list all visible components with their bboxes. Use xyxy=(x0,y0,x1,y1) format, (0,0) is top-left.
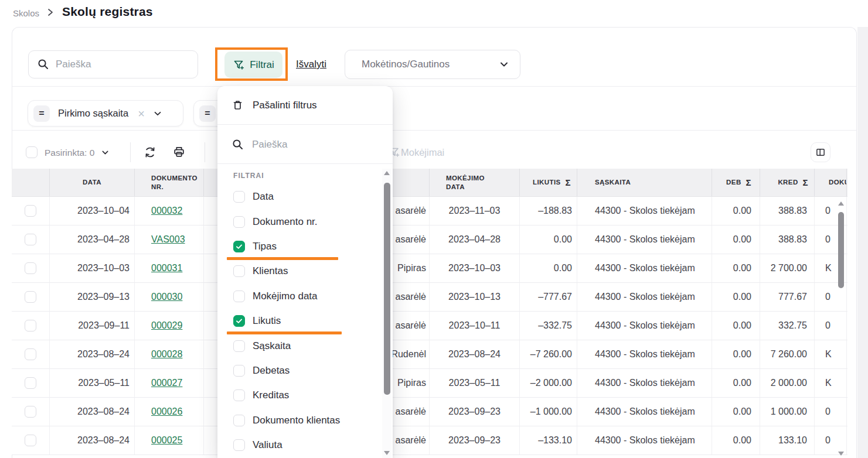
document-link[interactable]: 000027 xyxy=(151,378,182,388)
table-row: 2023–08–24000025asarėlė2023–09–23–133.10… xyxy=(12,426,847,455)
document-link[interactable]: 000032 xyxy=(151,206,182,216)
page-gutter xyxy=(857,27,868,458)
sum-sigma-icon[interactable]: Σ xyxy=(746,177,751,187)
debts-table: DATADOKUMENTO NR.MOKĖJIMO DATALIKUTISΣSĄ… xyxy=(12,169,847,455)
search-input[interactable] xyxy=(56,59,190,70)
checkbox-unchecked[interactable] xyxy=(233,216,245,228)
scroll-up-arrow[interactable] xyxy=(838,201,844,206)
refresh-icon[interactable] xyxy=(144,146,156,161)
remove-filters-button[interactable]: Pašalinti filtrus xyxy=(217,86,393,125)
filter-option-sąskaita[interactable]: Sąskaita xyxy=(217,333,393,358)
panel-search-field[interactable] xyxy=(217,125,393,164)
row-checkbox[interactable] xyxy=(25,234,36,245)
row-checkbox[interactable] xyxy=(25,291,36,303)
filter-option-dokumento-nr-[interactable]: Dokumento nr. xyxy=(217,209,393,234)
cell-date: 2023–04–28 xyxy=(50,225,135,254)
scroll-down-arrow[interactable] xyxy=(384,451,390,455)
document-link[interactable]: 000025 xyxy=(151,435,182,446)
cell-kred: 2 000.00 xyxy=(760,369,815,397)
panel-search-input[interactable] xyxy=(252,139,379,151)
table-vertical-scrollbar[interactable] xyxy=(836,199,846,458)
checkbox-unchecked[interactable] xyxy=(233,365,245,377)
filter-option-kreditas[interactable]: Kreditas xyxy=(217,383,393,408)
search-field[interactable] xyxy=(28,50,198,78)
checkbox-checked[interactable] xyxy=(233,315,245,327)
cell-deb: 0.00 xyxy=(712,426,760,454)
row-checkbox[interactable] xyxy=(25,262,36,274)
filter-option-likutis[interactable]: Likutis xyxy=(217,309,393,333)
filter-option-tipas[interactable]: Tipas xyxy=(217,234,393,259)
column-header-mokėjimo[interactable]: MOKĖJIMO DATA xyxy=(430,169,520,196)
cell-deb: 0.00 xyxy=(712,398,760,426)
sum-sigma-icon[interactable]: Σ xyxy=(803,177,808,187)
checkbox-unchecked[interactable] xyxy=(233,265,245,277)
chevron-down-icon[interactable] xyxy=(153,109,162,118)
column-header-label: DEB xyxy=(726,178,741,186)
document-link[interactable]: 000028 xyxy=(151,349,182,360)
cell-payment_date: 2023–10–03 xyxy=(430,254,520,282)
row-checkbox[interactable] xyxy=(25,377,36,389)
cell-payment_date: 2023–11–03 xyxy=(430,197,520,225)
row-checkbox[interactable] xyxy=(25,435,36,446)
cell-balance: –332.75 xyxy=(520,312,577,340)
sum-sigma-icon[interactable]: Σ xyxy=(566,177,571,187)
column-header-likutis[interactable]: LIKUTISΣ xyxy=(520,169,577,196)
cell-balance: –7 260.00 xyxy=(520,340,577,368)
cell-date: 2023–09–11 xyxy=(50,312,135,340)
filters-section-label: FILTRAI xyxy=(233,172,264,180)
column-header-sąskaita[interactable]: SĄSKAITA xyxy=(577,169,712,196)
columns-icon xyxy=(815,147,826,158)
cell-balance: 0.00 xyxy=(520,254,577,282)
cell-payment_date: 2023–10–11 xyxy=(430,312,520,340)
chevron-down-icon[interactable] xyxy=(101,148,110,159)
scrollbar-thumb[interactable] xyxy=(384,183,390,395)
checkbox-unchecked[interactable] xyxy=(233,389,245,401)
row-checkbox[interactable] xyxy=(25,205,36,217)
filter-option-data[interactable]: Data xyxy=(217,184,393,209)
table-row: 2023–08–24000026asarėlė2023–09–23–1 000.… xyxy=(12,398,847,426)
document-link[interactable]: 000031 xyxy=(151,263,182,274)
cell-doc: 000025 xyxy=(135,426,204,454)
clear-filters-link[interactable]: Išvalyti xyxy=(296,59,326,70)
filter-option-mokėjimo-data[interactable]: Mokėjimo data xyxy=(217,284,393,309)
filter-option-klientas[interactable]: Klientas xyxy=(217,259,393,283)
filters-button[interactable]: Filtrai xyxy=(224,52,282,78)
scroll-up-arrow[interactable] xyxy=(384,171,390,175)
column-header-data[interactable]: DATA xyxy=(50,169,135,196)
checkbox-checked[interactable] xyxy=(233,241,245,252)
checkbox-unchecked[interactable] xyxy=(233,340,245,352)
print-icon[interactable] xyxy=(172,145,186,161)
panel-vertical-scrollbar[interactable] xyxy=(382,169,392,458)
checkbox-unchecked[interactable] xyxy=(233,439,245,451)
filter-option-valiuta[interactable]: Valiuta xyxy=(217,433,393,457)
row-checkbox[interactable] xyxy=(25,348,36,360)
payable-receivable-select[interactable]: Mokėtinos/Gautinos xyxy=(345,50,520,79)
chip-close-icon[interactable]: × xyxy=(138,108,145,119)
cell-date: 2023–09–13 xyxy=(50,283,135,311)
filter-option-dokumento-klientas[interactable]: Dokumento klientas xyxy=(217,408,393,433)
scroll-down-arrow[interactable] xyxy=(838,452,844,456)
row-checkbox[interactable] xyxy=(25,406,36,418)
document-link[interactable]: 000026 xyxy=(151,406,182,417)
checkbox-unchecked[interactable] xyxy=(233,415,245,426)
equals-operator-icon: = xyxy=(199,105,216,122)
document-link[interactable]: 000029 xyxy=(151,320,182,331)
checkbox-unchecked[interactable] xyxy=(233,191,245,203)
document-link[interactable]: VAS003 xyxy=(151,234,185,245)
column-header-deb[interactable]: DEBΣ xyxy=(712,169,760,196)
breadcrumb-parent-link[interactable]: Skolos xyxy=(13,8,39,18)
column-header-dokumento[interactable]: DOKUMENTO NR. xyxy=(135,169,204,196)
column-header-kred[interactable]: KREDΣ xyxy=(760,169,815,196)
filter-chip-pirkimo-saskaita[interactable]: = Pirkimo sąskaita × xyxy=(28,100,183,127)
filter-option-debetas[interactable]: Debetas xyxy=(217,358,393,383)
table-row: 2023–05–11000027Pipiras2023–05–11–2 000.… xyxy=(12,369,847,398)
column-header-doku[interactable]: DOKU xyxy=(815,169,847,196)
select-all-checkbox[interactable] xyxy=(26,146,38,158)
document-link[interactable]: 000030 xyxy=(151,292,182,302)
scrollbar-thumb[interactable] xyxy=(838,212,844,288)
row-checkbox[interactable] xyxy=(25,320,36,331)
column-settings-button[interactable] xyxy=(811,142,830,162)
cell-account: 44300 - Skolos tiekėjam xyxy=(577,197,712,225)
checkbox-unchecked[interactable] xyxy=(233,290,245,302)
cell-payment_date: 2023–09–23 xyxy=(430,426,520,454)
